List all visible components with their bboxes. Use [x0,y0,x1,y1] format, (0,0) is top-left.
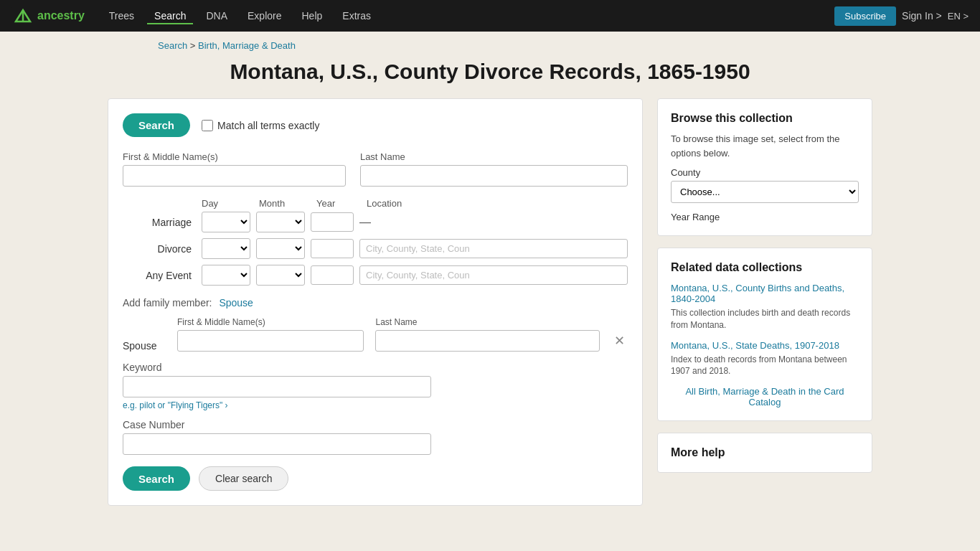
remove-spouse-button[interactable]: ✕ [611,333,628,349]
catalog-link[interactable]: All Birth, Marriage & Death in the Card … [671,386,859,408]
bottom-buttons: Search Clear search [123,466,628,491]
year-header: Year [316,198,367,209]
divorce-label: Divorce [123,243,202,255]
marriage-day-select[interactable] [202,212,250,232]
nav-right-actions: Subscribe Sign In > EN > [834,6,969,26]
page-title: Montana, U.S., County Divorce Records, 1… [0,60,980,84]
divorce-day-select[interactable] [202,238,250,259]
marriage-label: Marriage [123,217,202,228]
spouse-last-label: Last Name [375,317,600,327]
ancestry-logo[interactable]: ancestry [11,7,85,24]
nav-help[interactable]: Help [295,7,330,24]
related-desc-1: Index to death records from Montana betw… [671,354,859,378]
nav-trees[interactable]: Trees [102,7,141,24]
clear-search-button[interactable]: Clear search [199,466,288,491]
subscribe-button[interactable]: Subscribe [834,6,896,26]
marriage-row: Marriage — [123,212,628,232]
nav-links: Trees Search DNA Explore Help Extras [102,7,817,24]
any-event-label: Any Event [123,270,202,281]
county-label: County [671,167,859,178]
divorce-row: Divorce [123,238,628,259]
breadcrumb-root[interactable]: Search [158,40,187,51]
search-top-row: Search Match all terms exactly [123,113,628,137]
divorce-year-input[interactable] [311,239,354,258]
month-header: Month [259,198,316,209]
any-event-row: Any Event [123,265,628,286]
nav-extras[interactable]: Extras [335,7,378,24]
language-button[interactable]: EN > [948,11,969,22]
last-name-label: Last Name [360,151,628,162]
last-name-input[interactable] [360,165,628,187]
family-member-label: Add family member: [123,297,212,309]
divorce-month-select[interactable] [256,238,305,259]
spouse-last-group: Last Name [375,317,600,352]
related-title: Related data collections [671,261,859,274]
spouse-link[interactable]: Spouse [219,297,253,309]
related-desc-0: This collection includes birth and death… [671,307,859,331]
name-row: First & Middle Name(s) Last Name [123,151,628,187]
breadcrumb-separator: > [190,40,198,51]
browse-description: To browse this image set, select from th… [671,132,859,160]
related-link-0[interactable]: Montana, U.S., County Births and Deaths,… [671,283,859,304]
first-name-group: First & Middle Name(s) [123,151,346,187]
family-member-section: Add family member: Spouse [123,297,628,309]
nav-explore[interactable]: Explore [240,7,288,24]
case-number-section: Case Number [123,419,628,455]
breadcrumb: Search > Birth, Marriage & Death [0,32,980,60]
browse-collection-card: Browse this collection To browse this im… [657,98,872,236]
divorce-location-input[interactable] [359,239,628,258]
more-help-card: More help [657,433,872,473]
date-headers: Day Month Year Location [123,198,628,209]
related-collections-card: Related data collections Montana, U.S., … [657,248,872,421]
related-link-1[interactable]: Montana, U.S., State Deaths, 1907-2018 [671,340,859,351]
search-top-button[interactable]: Search [123,113,190,137]
first-middle-label: First & Middle Name(s) [123,151,346,162]
any-event-month-select[interactable] [256,265,305,286]
match-label-text: Match all terms exactly [217,120,319,131]
case-input[interactable] [123,433,431,455]
nav-dna[interactable]: DNA [199,7,235,24]
more-help-title: More help [671,446,859,459]
marriage-month-select[interactable] [256,212,305,232]
keyword-section: Keyword e.g. pilot or "Flying Tigers" › [123,362,628,410]
spouse-row: Spouse First & Middle Name(s) Last Name … [123,317,628,352]
any-event-year-input[interactable] [311,265,354,285]
marriage-year-input[interactable] [311,212,354,232]
right-sidebar: Browse this collection To browse this im… [657,98,872,473]
search-bottom-button[interactable]: Search [123,466,190,491]
case-label: Case Number [123,419,628,430]
top-navigation: ancestry Trees Search DNA Explore Help E… [0,0,980,32]
nav-search[interactable]: Search [147,7,193,24]
main-layout: Search Match all terms exactly First & M… [0,98,980,534]
sign-in-button[interactable]: Sign In > [902,10,942,22]
spouse-label: Spouse [123,340,166,352]
last-name-group: Last Name [360,151,628,187]
spouse-first-group: First & Middle Name(s) [177,317,364,352]
match-label[interactable]: Match all terms exactly [202,120,319,131]
logo-text: ancestry [37,9,85,22]
spouse-last-input[interactable] [375,330,600,352]
keyword-label: Keyword [123,362,628,373]
any-event-day-select[interactable] [202,265,250,286]
year-range-label: Year Range [671,212,859,222]
breadcrumb-child[interactable]: Birth, Marriage & Death [198,40,296,51]
match-checkbox[interactable] [202,120,213,131]
browse-title: Browse this collection [671,112,859,125]
spouse-first-input[interactable] [177,330,364,352]
keyword-input[interactable] [123,376,431,397]
keyword-hint[interactable]: e.g. pilot or "Flying Tigers" › [123,400,628,410]
first-name-input[interactable] [123,165,346,187]
marriage-dash: — [359,216,371,229]
day-header: Day [202,198,259,209]
county-select[interactable]: Choose... Beaverhead Big Horn Blaine Bro… [671,181,859,203]
location-header: Location [367,198,628,209]
any-event-location-input[interactable] [359,265,628,285]
search-form-card: Search Match all terms exactly First & M… [108,98,643,506]
spouse-first-label: First & Middle Name(s) [177,317,364,327]
